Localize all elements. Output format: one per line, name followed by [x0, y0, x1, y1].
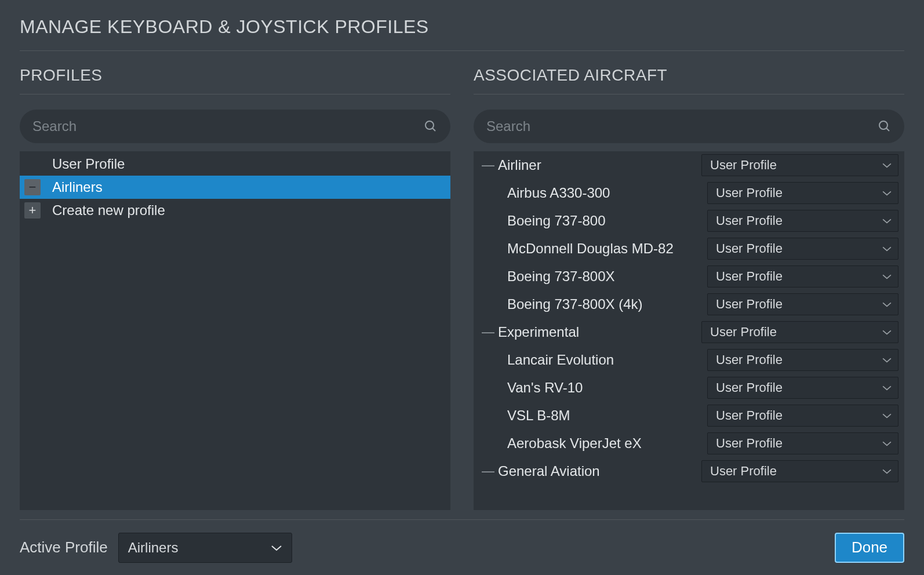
aircraft-list-area: —AirlinerUser ProfileAirbus A330-300User…	[474, 151, 904, 510]
aircraft-item-row[interactable]: Aerobask ViperJet eXUser Profile	[474, 430, 901, 457]
aircraft-item-label: Boeing 737-800X (4k)	[478, 296, 707, 312]
svg-line-1	[432, 128, 435, 131]
aircraft-item-label: Boeing 737-800X	[478, 268, 707, 285]
profiles-search-box[interactable]	[20, 110, 450, 143]
chevron-down-icon	[882, 273, 892, 280]
chevron-down-icon	[882, 329, 892, 336]
aircraft-item-label: Aerobask ViperJet eX	[478, 435, 707, 452]
aircraft-profile-dropdown[interactable]: User Profile	[707, 432, 898, 454]
aircraft-item-label: VSL B-8M	[478, 407, 707, 424]
aircraft-profile-value: User Profile	[716, 269, 882, 284]
aircraft-profile-dropdown[interactable]: User Profile	[707, 377, 898, 399]
chevron-down-icon	[882, 162, 892, 169]
aircraft-item-row[interactable]: Lancair EvolutionUser Profile	[474, 346, 901, 374]
group-profile-dropdown[interactable]: User Profile	[701, 154, 898, 176]
aircraft-group-row[interactable]: —AirlinerUser Profile	[474, 151, 901, 179]
profiles-list: User Profile−Airliners+Create new profil…	[20, 151, 450, 510]
aircraft-item-row[interactable]: Boeing 737-800X (4k)User Profile	[474, 290, 901, 318]
aircraft-profile-dropdown[interactable]: User Profile	[707, 405, 898, 427]
chevron-down-icon	[882, 412, 892, 419]
aircraft-group-label: Airliner	[498, 157, 701, 173]
aircraft-search-box[interactable]	[474, 110, 904, 143]
window-title: MANAGE KEYBOARD & JOYSTICK PROFILES	[20, 16, 904, 38]
collapse-icon[interactable]: —	[478, 325, 498, 340]
profiles-header: PROFILES	[20, 66, 450, 94]
chevron-down-icon	[882, 468, 892, 475]
chevron-down-icon	[882, 440, 892, 447]
active-profile-label: Active Profile	[20, 538, 108, 556]
search-icon	[878, 119, 892, 133]
profile-label: Airliners	[52, 179, 450, 195]
aircraft-group-row[interactable]: —ExperimentalUser Profile	[474, 318, 901, 346]
aircraft-profile-value: User Profile	[716, 213, 882, 228]
aircraft-profile-dropdown[interactable]: User Profile	[707, 238, 898, 260]
aircraft-profile-dropdown[interactable]: User Profile	[707, 293, 898, 315]
group-profile-value: User Profile	[710, 464, 882, 479]
collapse-icon[interactable]: —	[478, 464, 498, 479]
chevron-down-icon	[882, 245, 892, 252]
done-button-label: Done	[852, 538, 887, 556]
group-profile-dropdown[interactable]: User Profile	[701, 460, 898, 482]
aircraft-header: ASSOCIATED AIRCRAFT	[474, 66, 904, 94]
aircraft-item-label: Airbus A330-300	[478, 185, 707, 201]
profile-label: User Profile	[52, 156, 450, 172]
aircraft-profile-value: User Profile	[716, 352, 882, 367]
group-profile-value: User Profile	[710, 158, 882, 173]
profile-label: Create new profile	[52, 202, 450, 219]
collapse-icon[interactable]: —	[478, 158, 498, 173]
aircraft-profile-value: User Profile	[716, 408, 882, 423]
chevron-down-icon	[882, 217, 892, 224]
aircraft-profile-value: User Profile	[716, 380, 882, 395]
done-button[interactable]: Done	[835, 533, 904, 563]
group-profile-value: User Profile	[710, 325, 882, 340]
aircraft-profile-value: User Profile	[716, 436, 882, 451]
group-profile-dropdown[interactable]: User Profile	[701, 321, 898, 343]
profiles-column: PROFILES User Profile−Airliners+Create n…	[20, 66, 450, 510]
svg-point-0	[425, 121, 434, 129]
aircraft-group-label: Experimental	[498, 324, 701, 340]
main-content: PROFILES User Profile−Airliners+Create n…	[20, 51, 904, 516]
profile-row[interactable]: User Profile	[20, 152, 450, 176]
aircraft-item-row[interactable]: Airbus A330-300User Profile	[474, 179, 901, 207]
aircraft-search-input[interactable]	[486, 118, 878, 134]
aircraft-group-label: General Aviation	[498, 463, 701, 479]
aircraft-item-label: Lancair Evolution	[478, 352, 707, 368]
aircraft-item-label: McDonnell Douglas MD-82	[478, 241, 707, 257]
aircraft-item-row[interactable]: Boeing 737-800XUser Profile	[474, 263, 901, 290]
chevron-down-icon	[882, 356, 892, 363]
aircraft-group-row[interactable]: —General AviationUser Profile	[474, 457, 901, 485]
chevron-down-icon	[882, 301, 892, 308]
add-profile-button[interactable]: +	[24, 202, 41, 219]
aircraft-item-row[interactable]: Boeing 737-800User Profile	[474, 207, 901, 235]
search-icon	[424, 119, 438, 133]
aircraft-item-label: Boeing 737-800	[478, 213, 707, 229]
active-profile-dropdown[interactable]: Airliners	[118, 533, 292, 563]
aircraft-profile-value: User Profile	[716, 185, 882, 201]
aircraft-profile-value: User Profile	[716, 297, 882, 312]
aircraft-profile-dropdown[interactable]: User Profile	[707, 210, 898, 232]
profiles-search-input[interactable]	[32, 118, 424, 134]
footer: Active Profile Airliners Done	[20, 519, 904, 575]
aircraft-item-row[interactable]: McDonnell Douglas MD-82User Profile	[474, 235, 901, 263]
aircraft-profile-dropdown[interactable]: User Profile	[707, 349, 898, 371]
aircraft-profile-value: User Profile	[716, 241, 882, 256]
active-profile-section: Active Profile Airliners	[20, 533, 292, 563]
aircraft-item-label: Van's RV-10	[478, 380, 707, 396]
profile-row[interactable]: −Airliners	[20, 176, 450, 199]
active-profile-value: Airliners	[128, 540, 271, 556]
svg-line-3	[886, 128, 889, 131]
aircraft-scroll[interactable]: —AirlinerUser ProfileAirbus A330-300User…	[474, 151, 904, 510]
aircraft-profile-dropdown[interactable]: User Profile	[707, 182, 898, 204]
chevron-down-icon	[882, 190, 892, 196]
aircraft-item-row[interactable]: VSL B-8MUser Profile	[474, 402, 901, 430]
aircraft-column: ASSOCIATED AIRCRAFT —AirlinerUser Profil…	[474, 66, 904, 510]
aircraft-profile-dropdown[interactable]: User Profile	[707, 265, 898, 288]
svg-point-2	[879, 121, 887, 129]
chevron-down-icon	[271, 544, 282, 552]
profile-row[interactable]: +Create new profile	[20, 199, 450, 222]
remove-profile-button[interactable]: −	[24, 179, 41, 195]
title-bar: MANAGE KEYBOARD & JOYSTICK PROFILES	[20, 0, 904, 51]
chevron-down-icon	[882, 384, 892, 391]
aircraft-item-row[interactable]: Van's RV-10User Profile	[474, 374, 901, 402]
